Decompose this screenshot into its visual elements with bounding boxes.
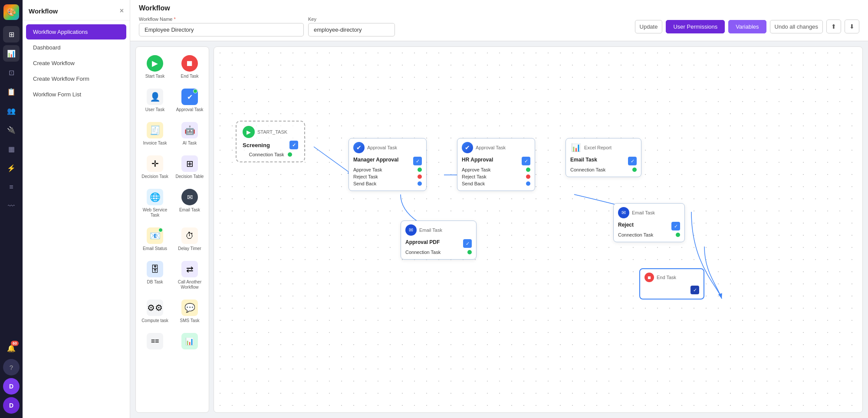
canvas-container[interactable]: ▶ START_TASK Screening ✓ Connection Task [214, 46, 863, 413]
excel-report-check[interactable]: ✓ [628, 157, 637, 165]
excel-report-type-icon: 📊 [570, 142, 582, 153]
palette-email-status[interactable]: 📧 Email Status [138, 224, 171, 255]
start-task-icon: ▶ [147, 55, 163, 72]
task-grid: ▶ Start Task ⏹ End Task 👤 User Task ✔ [138, 50, 207, 356]
key-field: Key [308, 16, 395, 36]
user-permissions-button[interactable]: User Permissions [666, 20, 725, 33]
rail-icon-help[interactable]: ? [3, 359, 20, 375]
rail-icon-wave[interactable]: 〰 [3, 198, 20, 214]
palette-start-task[interactable]: ▶ Start Task [138, 51, 171, 83]
palette-sms-task[interactable]: 💬 SMS Task [173, 296, 206, 327]
email-reject-node[interactable]: ✉ Email Task Reject ✓ Connection Task [613, 203, 685, 242]
palette-decision-table[interactable]: ⊞ Decision Table [173, 151, 206, 183]
rail-icon-analytics[interactable]: 📊 [3, 45, 20, 62]
hr-approve-task-label: Approve Task [462, 167, 490, 172]
upload-button[interactable]: ⬆ [826, 20, 841, 33]
manager-approval-node[interactable]: ✔ Approval Task Manager Approval ✓ Appro… [349, 138, 427, 191]
manager-approval-check[interactable]: ✓ [413, 157, 422, 165]
end-task-node[interactable]: ⏹ End Task ✓ [639, 268, 704, 300]
palette-decision-task[interactable]: ✛ Decision Task [138, 151, 171, 183]
key-input[interactable] [308, 23, 395, 36]
rail-icon-grid[interactable]: ⊡ [3, 64, 20, 81]
rail-icon-chart[interactable]: 📋 [3, 83, 20, 100]
send-back-label: Send Back [353, 181, 376, 186]
palette-ai-task[interactable]: 🤖 AI Task [173, 118, 206, 150]
manager-approval-title-row: Manager Approval ✓ [353, 156, 422, 166]
palette-end-task[interactable]: ⏹ End Task [173, 51, 206, 83]
decision-task-label: Decision Task [141, 174, 168, 179]
palette-call-another-workflow[interactable]: ⇄ Call Another Workflow [173, 257, 206, 294]
undo-all-changes-button[interactable]: Undo all changes [770, 20, 823, 33]
update-button[interactable]: Update [635, 20, 663, 33]
sidebar-item-dashboard[interactable]: Dashboard [26, 40, 126, 55]
sidebar-item-workflow-form-list[interactable]: Workflow Form List [26, 87, 126, 102]
email-reject-check[interactable]: ✓ [671, 222, 680, 230]
stop-icon: ⏹ [644, 273, 654, 282]
palette-db-task[interactable]: 🗄 DB Task [138, 257, 171, 294]
hr-send-back-row: Send Back [462, 180, 530, 187]
palette-email-task[interactable]: ✉ Email Task [173, 185, 206, 222]
approval-pdf-node[interactable]: ✉ Email Task Approval PDF ✓ Connection T… [401, 221, 477, 260]
manager-approval-title: Manager Approval [353, 157, 398, 163]
palette-web-service-task[interactable]: 🌐 Web Service Task [138, 185, 171, 222]
start-node[interactable]: ▶ START_TASK Screening ✓ Connection Task [236, 121, 305, 162]
palette-item-extra2[interactable]: 📊 [173, 329, 206, 355]
call-another-workflow-icon: ⇄ [181, 261, 198, 277]
rail-icon-people[interactable]: 👥 [3, 102, 20, 119]
main-content: Workflow Workflow Name * Key Update User… [130, 0, 868, 418]
end-task-icon: ⏹ [181, 55, 198, 72]
rail-avatar-d1[interactable]: D [3, 378, 20, 395]
extra1-icon: ≡≡ [147, 333, 163, 349]
key-label: Key [308, 16, 395, 22]
rail-icon-home[interactable]: ⊞ [3, 26, 20, 43]
excel-report-node[interactable]: 📊 Excel Report Email Task ✓ Connection T… [566, 138, 641, 177]
rail-avatar-d2[interactable]: D [3, 397, 20, 414]
palette-invoice-task[interactable]: 🧾 Invoice Task [138, 118, 171, 150]
sidebar-item-workflow-applications[interactable]: Workflow Applications [26, 24, 126, 39]
email-reject-title-row: Reject ✓ [618, 221, 680, 231]
hr-approval-check[interactable]: ✓ [522, 157, 530, 165]
email-task-label: Email Task [179, 207, 200, 213]
rail-icon-bell[interactable]: 🔔 60 [3, 340, 20, 356]
excel-report-title-row: Email Task ✓ [570, 156, 637, 166]
web-service-task-icon: 🌐 [147, 189, 163, 205]
download-button[interactable]: ⬇ [845, 20, 859, 33]
user-task-label: User Task [145, 107, 164, 112]
rail-icon-bar[interactable]: ▦ [3, 141, 20, 157]
palette-delay-timer[interactable]: ⏱ Delay Timer [173, 224, 206, 255]
palette-item-extra1[interactable]: ≡≡ [138, 329, 171, 355]
approve-dot [418, 168, 422, 172]
play-icon: ▶ [243, 126, 255, 138]
manager-approval-type-label: Approval Task [367, 145, 397, 150]
approval-pdf-type-icon: ✉ [405, 224, 417, 236]
hr-reject-task-label: Reject Task [462, 174, 487, 179]
palette-user-task[interactable]: 👤 User Task [138, 85, 171, 116]
approval-pdf-check[interactable]: ✓ [463, 239, 472, 248]
palette-approval-task[interactable]: ✔ Approval Task [173, 85, 206, 116]
invoice-task-label: Invoice Task [143, 141, 167, 146]
sms-task-label: SMS Task [180, 318, 200, 323]
rail-icon-lightning[interactable]: ⚡ [3, 160, 20, 176]
app-logo[interactable]: 🎨 [3, 4, 19, 20]
email-status-label: Email Status [143, 246, 167, 251]
email-reject-type-label: Email Task [632, 210, 655, 215]
screening-check[interactable]: ✓ [289, 141, 298, 149]
topbar: Workflow Workflow Name * Key Update User… [130, 0, 868, 41]
start-task-label: Start Task [145, 74, 164, 79]
canvas-background: ▶ START_TASK Screening ✓ Connection Task [214, 47, 862, 412]
workflow-name-input[interactable] [139, 23, 304, 36]
hr-reject-task-row: Reject Task [462, 173, 530, 180]
hr-send-back-dot [526, 181, 530, 186]
sidebar-close-button[interactable]: × [120, 7, 124, 15]
hr-approval-node[interactable]: ✔ Approval Task HR Approval ✓ Approve Ta… [457, 138, 535, 191]
sidebar-item-create-workflow[interactable]: Create Workflow [26, 56, 126, 71]
end-task-check[interactable]: ✓ [690, 286, 699, 294]
variables-button[interactable]: Variables [728, 20, 766, 33]
sidebar-item-create-workflow-form[interactable]: Create Workflow Form [26, 71, 126, 86]
rail-icon-list[interactable]: ≡ [3, 179, 20, 195]
rail-icon-plugin[interactable]: 🔌 [3, 122, 20, 138]
email-reject-connection-dot [676, 233, 680, 237]
palette-compute-task[interactable]: ⚙⚙ Compute task [138, 296, 171, 327]
screening-row: Screening ✓ [243, 141, 298, 149]
hr-approval-header: ✔ Approval Task [462, 142, 530, 153]
